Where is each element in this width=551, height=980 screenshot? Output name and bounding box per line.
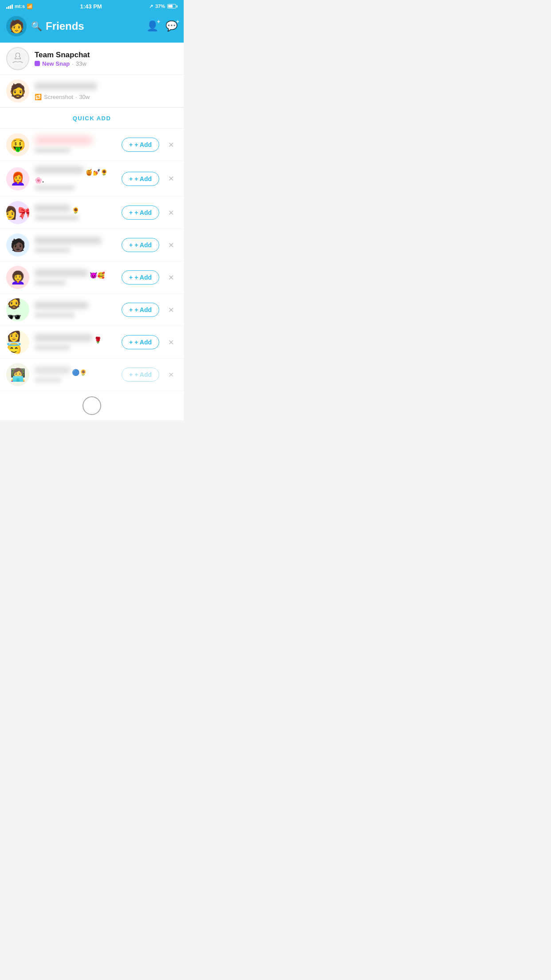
status-right: ↗ 37% bbox=[149, 4, 177, 9]
dismiss-button-5[interactable]: ✕ bbox=[165, 272, 177, 284]
add-button-5[interactable]: + + Add bbox=[122, 270, 159, 285]
header: 🧑 🔍 Friends 👤+ 💬+ bbox=[0, 12, 184, 43]
quick-add-item-2: 👩‍🦰 🍯💅🌻🌸. + + Add ✕ bbox=[0, 161, 184, 197]
search-icon: 🔍 bbox=[31, 21, 42, 32]
quick-add-header: QUICK ADD bbox=[0, 107, 184, 129]
add-button-4[interactable]: + + Add bbox=[122, 238, 159, 252]
add-person-icon: 👤 bbox=[146, 20, 158, 32]
quick-add-sub-2 bbox=[35, 185, 116, 192]
dismiss-button-8[interactable]: ✕ bbox=[165, 369, 177, 381]
team-snapchat-time-val: 33w bbox=[76, 60, 87, 67]
add-button-1[interactable]: + + Add bbox=[122, 138, 159, 152]
team-snapchat-info: Team Snapchat New Snap · 33w bbox=[35, 51, 177, 67]
team-snapchat-item[interactable]: Team Snapchat New Snap · 33w bbox=[0, 43, 184, 75]
header-title-area: 🔍 Friends bbox=[31, 20, 142, 32]
add-plus-icon-2: + bbox=[129, 175, 133, 182]
quick-add-sub-5 bbox=[35, 280, 116, 287]
home-button[interactable] bbox=[83, 396, 101, 415]
add-button-8[interactable]: + + Add bbox=[122, 368, 159, 382]
quick-add-avatar-4: 🧑🏿 bbox=[6, 233, 29, 257]
quick-add-avatar-2: 👩‍🦰 bbox=[6, 167, 29, 190]
quick-add-item-4: 🧑🏿 + + Add ✕ bbox=[0, 229, 184, 261]
team-snapchat-avatar bbox=[6, 47, 29, 70]
quick-add-item-3: 👩‍🎀 🌻 + + Add ✕ bbox=[0, 197, 184, 229]
add-button-7[interactable]: + + Add bbox=[122, 335, 159, 349]
team-snapchat-name: Team Snapchat bbox=[35, 51, 177, 59]
quick-add-name-2: 🍯💅🌻🌸. bbox=[35, 166, 116, 184]
screenshot-icon: 🔁 bbox=[35, 94, 42, 100]
add-plus-icon-1: + bbox=[129, 141, 133, 148]
quick-add-item-6: 🧔🕶️ + + Add ✕ bbox=[0, 294, 184, 326]
home-indicator bbox=[0, 391, 184, 420]
quick-add-item-8: 👩‍💻 🔵🌻 + + Add ✕ bbox=[0, 359, 184, 391]
dismiss-button-7[interactable]: ✕ bbox=[165, 336, 177, 348]
dismiss-button-1[interactable]: ✕ bbox=[165, 139, 177, 151]
new-snap-dot bbox=[35, 61, 40, 66]
status-time: 1:43 PM bbox=[80, 3, 102, 10]
wifi-icon: 📶 bbox=[27, 4, 33, 9]
team-snapchat-status: New Snap · 33w bbox=[35, 60, 177, 67]
status-left: mt:s 📶 bbox=[6, 4, 33, 9]
dismiss-button-2[interactable]: ✕ bbox=[165, 173, 177, 185]
team-snapchat-time: · bbox=[72, 60, 74, 67]
quick-add-name-4 bbox=[35, 236, 116, 247]
page-title: Friends bbox=[46, 20, 84, 32]
add-plus-icon-6: + bbox=[129, 306, 133, 313]
chat-icon: 💬 bbox=[165, 20, 177, 32]
quick-add-info-2: 🍯💅🌻🌸. bbox=[35, 166, 116, 192]
dismiss-button-3[interactable]: ✕ bbox=[165, 207, 177, 219]
header-actions: 👤+ 💬+ bbox=[146, 20, 177, 32]
add-button-3[interactable]: + + Add bbox=[122, 205, 159, 220]
quick-add-sub-4 bbox=[35, 248, 116, 254]
friend-2-avatar: 🧔 bbox=[6, 79, 29, 103]
quick-add-info-3: 🌻 bbox=[35, 204, 116, 222]
location-icon: ↗ bbox=[149, 4, 153, 9]
quick-add-item-7: 👩😇 🌹 + + Add ✕ bbox=[0, 326, 184, 359]
content-area: Team Snapchat New Snap · 33w 🧔 🔁 Screens… bbox=[0, 43, 184, 391]
friend-2-item[interactable]: 🧔 🔁 Screenshot · 30w bbox=[0, 75, 184, 107]
friend-2-time: 30w bbox=[79, 94, 90, 100]
quick-add-name-6 bbox=[35, 301, 116, 312]
quick-add-avatar-1: 🤑 bbox=[6, 133, 29, 156]
user-avatar[interactable]: 🧑 bbox=[6, 16, 27, 36]
quick-add-name-5: 😈🥰 bbox=[35, 269, 116, 279]
quick-add-info-8: 🔵🌻 bbox=[35, 366, 116, 384]
quick-add-name-3: 🌻 bbox=[35, 204, 116, 214]
quick-add-info-4 bbox=[35, 236, 116, 254]
new-snap-label: New Snap bbox=[42, 60, 70, 67]
add-plus-icon-3: + bbox=[129, 209, 133, 216]
quick-add-info-6 bbox=[35, 301, 116, 319]
quick-add-item-5: 👩‍🦱 😈🥰 + + Add ✕ bbox=[0, 261, 184, 294]
quick-add-avatar-8: 👩‍💻 bbox=[6, 363, 29, 386]
quick-add-sub-8 bbox=[35, 377, 116, 384]
add-button-2[interactable]: + + Add bbox=[122, 172, 159, 186]
quick-add-label: QUICK ADD bbox=[73, 115, 111, 122]
quick-add-avatar-5: 👩‍🦱 bbox=[6, 266, 29, 289]
quick-add-sub-1 bbox=[35, 148, 116, 154]
quick-add-avatar-3: 👩‍🎀 bbox=[6, 201, 29, 224]
friend-2-name bbox=[35, 82, 177, 93]
battery-label: 37% bbox=[155, 4, 165, 9]
quick-add-name-8: 🔵🌻 bbox=[35, 366, 116, 376]
status-bar: mt:s 📶 1:43 PM ↗ 37% bbox=[0, 0, 184, 12]
quick-add-sub-3 bbox=[35, 215, 116, 222]
quick-add-avatar-7: 👩😇 bbox=[6, 331, 29, 354]
friend-2-status: 🔁 Screenshot · 30w bbox=[35, 94, 177, 100]
friend-2-info: 🔁 Screenshot · 30w bbox=[35, 82, 177, 100]
quick-add-sub-7 bbox=[35, 345, 116, 352]
quick-add-item-1: 🤑 + + Add ✕ bbox=[0, 129, 184, 161]
quick-add-name-7: 🌹 bbox=[35, 333, 116, 344]
signal-icon bbox=[6, 4, 13, 9]
add-chat-button[interactable]: 💬+ bbox=[165, 20, 177, 32]
quick-add-info-1 bbox=[35, 135, 116, 154]
quick-add-sub-6 bbox=[35, 312, 116, 319]
add-plus-icon-5: + bbox=[129, 274, 133, 281]
add-button-6[interactable]: + + Add bbox=[122, 303, 159, 317]
add-plus-icon-8: + bbox=[129, 371, 133, 378]
dismiss-button-4[interactable]: ✕ bbox=[165, 239, 177, 251]
dismiss-button-6[interactable]: ✕ bbox=[165, 304, 177, 316]
quick-add-info-7: 🌹 bbox=[35, 333, 116, 352]
quick-add-name-1 bbox=[35, 135, 116, 147]
friend-2-status-label: Screenshot bbox=[44, 94, 73, 100]
add-friend-button[interactable]: 👤+ bbox=[146, 20, 158, 32]
